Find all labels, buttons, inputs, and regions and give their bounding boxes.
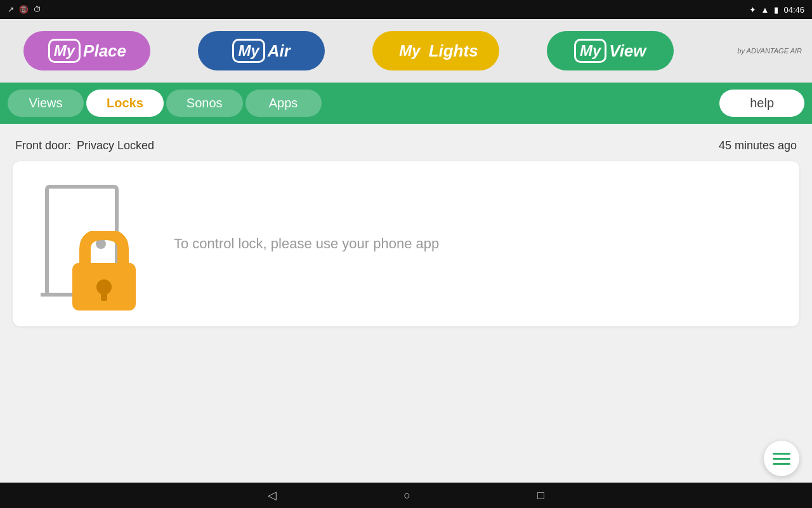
- home-button[interactable]: ○: [403, 489, 410, 502]
- myair-my-label: My: [238, 42, 259, 59]
- app-container: My Place My Air My Lights: [0, 19, 812, 483]
- lock-card-message: To control lock, please use your phone a…: [174, 236, 784, 252]
- hamburger-line-3: [773, 463, 790, 465]
- help-button[interactable]: help: [719, 90, 804, 117]
- myview-my-box: My: [574, 39, 606, 63]
- myplace-my-label: My: [54, 42, 75, 60]
- lock-timestamp: 45 minutes ago: [719, 139, 797, 152]
- tab-myplace[interactable]: My Place: [0, 19, 174, 83]
- myplace-my-box: My: [48, 39, 81, 63]
- main-content: Front door: Privacy Locked 45 minutes ag…: [0, 124, 812, 483]
- status-bar-right: ✦ ▲ ▮ 04:46: [749, 5, 804, 15]
- myair-name-label: Air: [268, 41, 291, 61]
- lock-svg: [66, 231, 142, 314]
- phone-icon: 📵: [19, 5, 29, 14]
- status-bar-left: ↗ 📵 ⏱: [8, 5, 41, 14]
- time-display: 04:46: [783, 5, 804, 15]
- lock-door-name: Front door:: [15, 139, 71, 152]
- tab-sonos[interactable]: Sonos: [166, 90, 243, 117]
- myplace-name-label: Place: [83, 41, 126, 61]
- mylights-my-label: My: [399, 42, 420, 59]
- top-nav: My Place My Air My Lights: [0, 19, 812, 83]
- myplace-pill: My Place: [23, 31, 150, 70]
- recent-button[interactable]: □: [537, 489, 544, 502]
- myview-pill: My View: [547, 31, 674, 70]
- wifi-icon: ▲: [761, 5, 769, 15]
- tab-apps[interactable]: Apps: [246, 90, 322, 117]
- hamburger-line-2: [773, 458, 790, 460]
- myview-name-label: View: [609, 41, 646, 61]
- lock-card: To control lock, please use your phone a…: [13, 161, 799, 326]
- battery-icon: ▮: [774, 5, 778, 15]
- tab-mylights[interactable]: My Lights: [349, 19, 523, 83]
- hamburger-line-1: [773, 453, 790, 455]
- lock-state: Privacy Locked: [77, 139, 154, 152]
- status-bar: ↗ 📵 ⏱ ✦ ▲ ▮ 04:46: [0, 0, 812, 19]
- tab-locks[interactable]: Locks: [86, 90, 164, 117]
- brand-label: by ADVANTAGE AIR: [697, 19, 812, 83]
- myair-my-box: My: [232, 39, 265, 63]
- mylights-pill: My Lights: [372, 31, 499, 70]
- arrow-icon: ↗: [8, 5, 14, 14]
- bluetooth-icon: ✦: [749, 5, 756, 15]
- myview-my-label: My: [580, 42, 601, 59]
- lock-status-label: Front door: Privacy Locked: [15, 139, 154, 152]
- myair-pill: My Air: [198, 31, 325, 70]
- clock-icon: ⏱: [34, 5, 41, 14]
- sub-nav-tabs: Views Locks Sonos Apps: [8, 90, 717, 117]
- mylights-name-label: Lights: [429, 41, 478, 61]
- android-nav: ◁ ○ □: [0, 483, 812, 508]
- back-button[interactable]: ◁: [268, 488, 277, 502]
- lock-status-bar: Front door: Privacy Locked 45 minutes ag…: [13, 134, 799, 161]
- sub-nav: Views Locks Sonos Apps help: [0, 83, 812, 124]
- door-lock-icon: [28, 174, 155, 314]
- tab-myview[interactable]: My View: [523, 19, 697, 83]
- tab-views[interactable]: Views: [8, 90, 84, 117]
- tab-myair[interactable]: My Air: [174, 19, 349, 83]
- mylights-my-box: My: [393, 39, 426, 63]
- hamburger-button[interactable]: [764, 441, 799, 476]
- svg-rect-5: [101, 291, 107, 301]
